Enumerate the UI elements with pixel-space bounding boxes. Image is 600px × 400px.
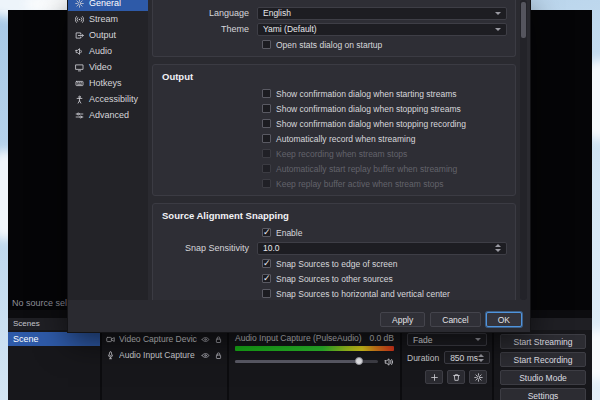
stepper-arrows-icon[interactable] <box>478 354 484 362</box>
desktop: No source selected Scenes Scene Video Ca… <box>0 0 600 400</box>
plus-icon <box>430 373 439 382</box>
checkbox-label: Show confirmation dialog when starting s… <box>276 89 456 99</box>
section-title: Source Alignment Snapping <box>162 210 507 221</box>
ok-button[interactable]: OK <box>486 312 522 327</box>
sidebar-item-hotkeys[interactable]: Hotkeys <box>68 75 148 91</box>
gear-icon <box>75 0 84 8</box>
transition-value: Fade <box>413 335 475 345</box>
language-select[interactable]: English <box>257 7 507 20</box>
dialog-footer: Apply Cancel OK <box>380 312 522 327</box>
checkbox-label: Snap Sources to other sources <box>276 274 393 284</box>
auto-replay-buffer-checkbox <box>262 164 271 173</box>
sidebar-item-output[interactable]: Output <box>68 27 148 43</box>
auto-record-checkbox[interactable] <box>262 134 271 143</box>
sidebar-item-stream[interactable]: Stream <box>68 11 148 27</box>
sidebar-item-label: Video <box>89 62 112 72</box>
remove-transition-button[interactable] <box>447 370 465 384</box>
sidebar-item-general[interactable]: General <box>68 0 148 11</box>
eye-icon[interactable] <box>201 351 210 360</box>
theme-value: Yami (Default) <box>263 24 495 34</box>
sidebar-item-label: Output <box>89 30 116 40</box>
sidebar-item-advanced[interactable]: Advanced <box>68 107 148 123</box>
duration-stepper[interactable]: 850 ms <box>444 351 490 364</box>
scrollbar-thumb[interactable] <box>521 2 526 38</box>
checkbox-row: Keep recording when stream stops <box>161 146 507 161</box>
checkbox-row: Snap Sources to horizontal and vertical … <box>161 286 507 300</box>
source-label: Video Capture Device <box>119 334 197 344</box>
settings-button[interactable]: Settings <box>500 388 586 400</box>
source-label: Audio Input Capture (PulseAudio) <box>119 350 197 360</box>
settings-content: Language English Theme Yami (Default) <box>148 0 518 300</box>
lock-icon[interactable] <box>214 335 223 344</box>
volume-slider-fill <box>235 360 358 363</box>
microphone-icon <box>106 351 115 360</box>
monitor-icon <box>75 63 84 72</box>
transition-select[interactable]: Fade <box>407 333 487 346</box>
source-list-item[interactable]: Video Capture Device <box>102 332 227 346</box>
sidebar-item-accessibility[interactable]: Accessibility <box>68 91 148 107</box>
settings-sidebar: General Stream Output Audio Video Hotkey… <box>68 0 148 300</box>
speaker-icon <box>75 47 84 56</box>
speaker-icon[interactable] <box>384 357 394 367</box>
volume-slider-handle[interactable] <box>355 357 363 365</box>
lock-icon[interactable] <box>214 351 223 360</box>
source-list-item[interactable]: Audio Input Capture (PulseAudio) <box>102 348 227 362</box>
sidebar-item-label: Audio <box>89 46 112 56</box>
gear-icon <box>474 373 483 382</box>
sidebar-item-label: Advanced <box>89 110 129 120</box>
checkbox-label: Automatically start replay buffer when s… <box>276 164 457 174</box>
camera-icon <box>106 335 115 344</box>
keyboard-icon <box>75 79 84 88</box>
checkbox-label: Snap Sources to edge of screen <box>276 259 397 269</box>
sidebar-item-video[interactable]: Video <box>68 59 148 75</box>
section-title: Output <box>162 71 507 82</box>
chevron-down-icon <box>475 338 481 341</box>
chevron-down-icon <box>495 28 501 31</box>
duration-label: Duration <box>407 353 439 363</box>
trash-icon <box>452 373 461 382</box>
apply-button[interactable]: Apply <box>380 312 425 327</box>
transition-properties-button[interactable] <box>469 370 487 384</box>
open-stats-checkbox[interactable] <box>262 40 271 49</box>
checkbox-row: Show confirmation dialog when starting s… <box>161 86 507 101</box>
checkbox-row: Keep replay buffer active when stream st… <box>161 176 507 191</box>
theme-label: Theme <box>161 24 249 34</box>
checkbox-row: Show confirmation dialog when stopping s… <box>161 101 507 116</box>
checkbox-label: Open stats dialog on startup <box>276 40 382 50</box>
checkbox-label: Show confirmation dialog when stopping s… <box>276 104 461 114</box>
confirm-stop-recording-checkbox[interactable] <box>262 119 271 128</box>
start-recording-button[interactable]: Start Recording <box>500 352 586 367</box>
general-section: Language English Theme Yami (Default) <box>152 0 516 57</box>
dialog-scrollbar[interactable] <box>520 0 527 300</box>
mixer-source-name: Audio Input Capture (PulseAudio) <box>235 333 362 343</box>
snapping-section: Source Alignment Snapping Enable Snap Se… <box>152 203 516 300</box>
mixer-db-value: 0.0 dB <box>369 333 394 343</box>
checkbox-label: Snap Sources to horizontal and vertical … <box>276 289 450 299</box>
snap-to-center-checkbox[interactable] <box>262 289 271 298</box>
eye-icon[interactable] <box>201 335 210 344</box>
stepper-arrows-icon[interactable] <box>495 244 501 252</box>
checkbox-row: Automatically record when streaming <box>161 131 507 146</box>
checkbox-row: Enable <box>161 225 507 240</box>
confirm-stop-stream-checkbox[interactable] <box>262 104 271 113</box>
start-streaming-button[interactable]: Start Streaming <box>500 334 586 349</box>
snap-to-edge-checkbox[interactable] <box>262 259 271 268</box>
language-label: Language <box>161 8 249 18</box>
confirm-start-stream-checkbox[interactable] <box>262 89 271 98</box>
volume-slider[interactable] <box>235 360 378 363</box>
checkbox-row: Snap Sources to edge of screen <box>161 256 507 271</box>
theme-select[interactable]: Yami (Default) <box>257 23 507 36</box>
studio-mode-button[interactable]: Studio Mode <box>500 370 586 385</box>
output-section: Output Show confirmation dialog when sta… <box>152 64 516 196</box>
snap-to-sources-checkbox[interactable] <box>262 274 271 283</box>
scene-list-item[interactable]: Scene <box>8 332 100 346</box>
cancel-button[interactable]: Cancel <box>430 312 480 327</box>
snapping-enable-checkbox[interactable] <box>262 228 271 237</box>
add-transition-button[interactable] <box>425 370 443 384</box>
snap-sensitivity-stepper[interactable]: 10.0 <box>257 242 507 255</box>
sidebar-item-audio[interactable]: Audio <box>68 43 148 59</box>
keep-recording-checkbox <box>262 149 271 158</box>
sidebar-item-label: General <box>89 0 121 8</box>
sidebar-item-label: Stream <box>89 14 118 24</box>
person-icon <box>75 95 84 104</box>
